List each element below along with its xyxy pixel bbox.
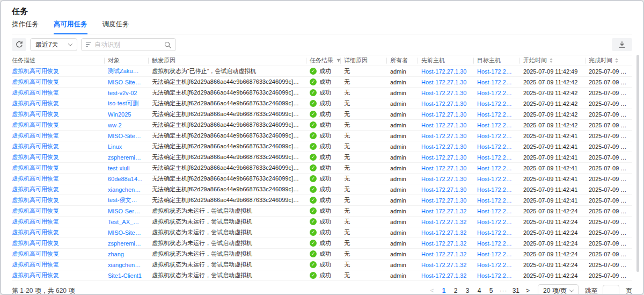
target-host-link[interactable]: Host-172.27... <box>473 90 519 96</box>
target-host-link[interactable]: Host-172.27... <box>473 143 519 150</box>
previous-host-link[interactable]: Host-172.27.1.30 <box>418 111 473 118</box>
target-host-link[interactable]: Host-172.27... <box>473 262 519 268</box>
task-description-link[interactable]: 虚拟机高可用恢复 <box>12 67 104 75</box>
object-link[interactable]: Site1-Client1 <box>104 272 148 279</box>
previous-host-link[interactable]: Host-172.27.1.30 <box>418 90 473 96</box>
target-host-link[interactable]: Host-172.27... <box>473 79 519 85</box>
object-link[interactable]: 60de88a14... <box>104 176 148 182</box>
task-description-link[interactable]: 虚拟机高可用恢复 <box>12 110 104 118</box>
task-description-link[interactable]: 虚拟机高可用恢复 <box>12 153 104 161</box>
object-link[interactable]: xiangcheng... <box>104 262 148 268</box>
task-description-link[interactable]: 虚拟机高可用恢复 <box>12 228 104 236</box>
task-description-link[interactable]: 虚拟机高可用恢复 <box>12 132 104 140</box>
task-description-link[interactable]: 虚拟机高可用恢复 <box>12 239 104 247</box>
previous-host-link[interactable]: Host-172.27.1.30 <box>418 143 473 150</box>
target-host-link[interactable]: Host-172.27... <box>473 272 519 279</box>
column-header-start-time[interactable]: 开始时间 <box>519 56 585 64</box>
object-link[interactable]: test-侯文静-... <box>104 196 148 204</box>
column-header-reason[interactable]: 触发原因 <box>148 56 306 64</box>
object-link[interactable]: test-xiuli <box>104 165 148 171</box>
object-link[interactable]: iso-test可删 <box>104 99 148 107</box>
object-link[interactable]: Win2025 <box>104 111 148 118</box>
previous-host-link[interactable]: Host-172.27.1.30 <box>418 176 473 182</box>
previous-host-link[interactable]: Host-172.27.1.30 <box>418 100 473 107</box>
target-host-link[interactable]: Host-172.27... <box>473 240 519 247</box>
task-description-link[interactable]: 虚拟机高可用恢复 <box>12 142 104 150</box>
task-description-link[interactable]: 虚拟机高可用恢复 <box>12 121 104 129</box>
target-host-link[interactable]: Host-172.27... <box>473 100 519 107</box>
column-header-detail[interactable]: 详细原因 <box>340 56 386 64</box>
task-description-link[interactable]: 虚拟机高可用恢复 <box>12 164 104 172</box>
tab-scheduled-tasks[interactable]: 调度任务 <box>103 20 129 34</box>
task-description-link[interactable]: 虚拟机高可用恢复 <box>12 89 104 97</box>
pagination-page-3[interactable]: 3 <box>464 287 471 294</box>
previous-host-link[interactable]: Host-172.27.1.32 <box>418 208 473 214</box>
object-link[interactable]: Linux <box>104 143 148 150</box>
pagination-page-2[interactable]: 2 <box>452 287 459 294</box>
page-size-select[interactable]: 20 项/页 <box>538 284 579 295</box>
search-icon[interactable] <box>164 41 171 48</box>
object-link[interactable]: zhang <box>104 251 148 257</box>
object-link[interactable]: ww-2 <box>104 122 148 128</box>
task-description-link[interactable]: 虚拟机高可用恢复 <box>12 207 104 215</box>
search-input[interactable] <box>94 41 161 48</box>
vertical-scrollbar[interactable] <box>636 55 639 272</box>
previous-host-link[interactable]: Host-172.27.1.32 <box>418 272 473 279</box>
previous-host-link[interactable]: Host-172.27.1.30 <box>418 165 473 171</box>
previous-host-link[interactable]: Host-172.27.1.30 <box>418 79 473 85</box>
previous-host-link[interactable]: Host-172.27.1.30 <box>418 186 473 193</box>
pagination-page-5[interactable]: 5 <box>488 287 495 294</box>
task-description-link[interactable]: 虚拟机高可用恢复 <box>12 78 104 86</box>
target-host-link[interactable]: Host-172.27... <box>473 186 519 193</box>
pagination-page-4[interactable]: 4 <box>476 287 483 294</box>
task-description-link[interactable]: 虚拟机高可用恢复 <box>12 99 104 107</box>
target-host-link[interactable]: Host-172.27... <box>473 68 519 75</box>
task-description-link[interactable]: 虚拟机高可用恢复 <box>12 175 104 183</box>
target-host-link[interactable]: Host-172.27... <box>473 219 519 225</box>
previous-host-link[interactable]: Host-172.27.1.32 <box>418 251 473 257</box>
previous-host-link[interactable]: Host-172.27.1.32 <box>418 229 473 236</box>
filter-icon[interactable] <box>336 58 340 63</box>
previous-host-link[interactable]: Host-172.27.1.30 <box>418 154 473 161</box>
refresh-button[interactable] <box>12 38 26 51</box>
target-host-link[interactable]: Host-172.27... <box>473 133 519 139</box>
task-description-link[interactable]: 虚拟机高可用恢复 <box>12 196 104 204</box>
object-link[interactable]: Test_AX_Na... <box>104 219 148 225</box>
sorter-icon[interactable] <box>615 58 618 63</box>
object-link[interactable]: MISO-Serve... <box>104 208 148 214</box>
previous-host-link[interactable]: Host-172.27.1.32 <box>418 240 473 247</box>
task-description-link[interactable]: 虚拟机高可用恢复 <box>12 271 104 279</box>
tab-high-availability-tasks[interactable]: 高可用任务 <box>54 20 87 34</box>
previous-host-link[interactable]: Host-172.27.1.30 <box>418 68 473 75</box>
target-host-link[interactable]: Host-172.27... <box>473 165 519 171</box>
column-header-prev-host[interactable]: 先前主机 <box>418 56 473 64</box>
column-header-result[interactable]: 任务结果 <box>306 56 340 64</box>
column-header-finish-time[interactable]: 完成时间 <box>585 56 632 64</box>
previous-host-link[interactable]: Host-172.27.1.32 <box>418 219 473 225</box>
task-description-link[interactable]: 虚拟机高可用恢复 <box>12 218 104 226</box>
target-host-link[interactable]: Host-172.27... <box>473 197 519 204</box>
object-link[interactable]: MISO-Site1... <box>104 133 148 139</box>
export-button[interactable] <box>612 38 632 51</box>
target-host-link[interactable]: Host-172.27... <box>473 154 519 161</box>
target-host-link[interactable]: Host-172.27... <box>473 229 519 236</box>
target-host-link[interactable]: Host-172.27... <box>473 251 519 257</box>
task-description-link[interactable]: 虚拟机高可用恢复 <box>12 250 104 258</box>
object-link[interactable]: MISO-Site2... <box>104 79 148 85</box>
date-range-select[interactable]: 最近7天 <box>30 38 77 51</box>
pagination-prev-button[interactable]: < <box>429 287 436 294</box>
object-link[interactable]: MISO-Site2... <box>104 229 148 236</box>
jump-page-input[interactable] <box>603 285 619 295</box>
object-link[interactable]: 测试Zaku集... <box>104 67 148 75</box>
target-host-link[interactable]: Host-172.27... <box>473 176 519 182</box>
task-description-link[interactable]: 虚拟机高可用恢复 <box>12 261 104 269</box>
object-link[interactable]: test-v2v-02 <box>104 90 148 96</box>
previous-host-link[interactable]: Host-172.27.1.30 <box>418 197 473 204</box>
task-description-link[interactable]: 虚拟机高可用恢复 <box>12 185 104 193</box>
target-host-link[interactable]: Host-172.27... <box>473 208 519 214</box>
object-link[interactable]: zspheremim... <box>104 240 148 247</box>
pagination-page-1[interactable]: 1 <box>441 287 448 294</box>
object-link[interactable]: zspheremim... <box>104 154 148 161</box>
pagination-page-31[interactable]: 31 <box>513 287 519 294</box>
column-header-object[interactable]: 对象 <box>104 56 148 64</box>
